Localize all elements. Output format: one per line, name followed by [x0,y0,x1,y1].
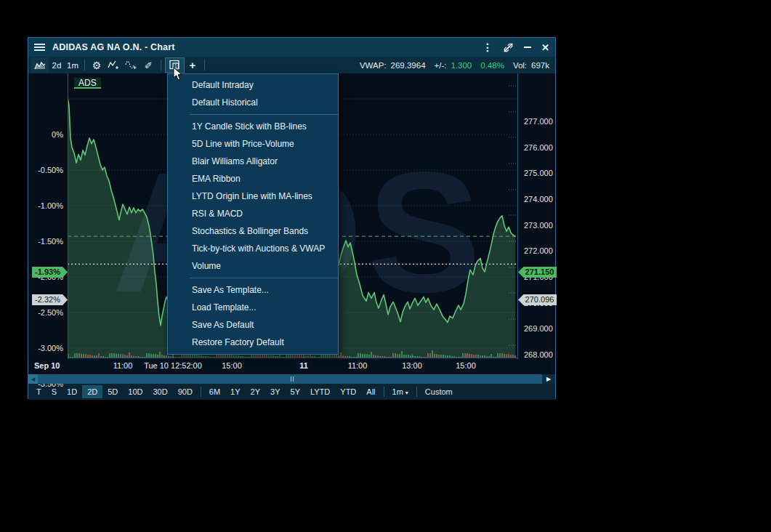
price-axis-label: 273.000 [524,220,553,230]
volume-bar [76,353,78,358]
interval-dropdown[interactable]: 1m▾ [387,385,413,398]
volume-bar [148,353,150,358]
menu-item-ema-ribbon[interactable]: EMA Ribbon [168,170,338,188]
kebab-menu-icon[interactable]: ⋮ [483,43,493,52]
percent-axis-label: -3.00% [38,343,63,353]
volume-bar [508,354,509,358]
hamburger-menu-icon[interactable] [34,44,45,51]
add-oscillator-button[interactable] [122,57,140,73]
mouse-cursor [173,67,183,81]
menu-item-blair-williams-alligator[interactable]: Blair Williams Alligator [168,153,338,170]
chart-type-button[interactable] [31,57,49,73]
period-button-5y[interactable]: 5Y [286,385,305,398]
toolbar-separator [84,60,85,70]
volume-bar [270,355,272,358]
percent-axis[interactable]: 0%-0.50%-1.00%-1.50%-2.00%-2.50%-3.00%-3… [28,73,68,359]
period-button-30d[interactable]: 30D [148,385,172,398]
menu-item-default-historical[interactable]: Default Historical [168,94,338,111]
volume-bar [460,357,461,358]
menu-item-save-as-default[interactable]: Save As Default [168,316,338,334]
volume-bar [504,354,505,358]
link-off-icon[interactable] [503,42,514,53]
volume-bar [150,354,152,358]
menu-item-5d-line-with-price-volume[interactable]: 5D Line with Price-Volume [168,135,338,153]
period-button-10d[interactable]: 10D [123,385,148,398]
volume-bar [349,356,350,358]
time-axis[interactable]: Sep 1011:00Tue 10 12:52:0015:001111:0013… [28,359,555,374]
volume-bar [174,357,176,358]
volume-bar [246,357,248,358]
period-button-5d[interactable]: 5D [102,385,123,398]
volume-bar [135,356,137,358]
add-oscillator-icon [125,60,137,70]
volume-bar [126,355,128,358]
volume-bar [78,353,80,358]
volume-bar [449,355,451,358]
settings-button[interactable]: ⚙ [89,57,105,73]
scroll-left-arrow[interactable]: ◀ [28,374,38,384]
toolbar-separator [204,60,205,70]
custom-range-button[interactable]: Custom [420,385,458,398]
menu-item-save-as-template[interactable]: Save As Template... [168,281,338,299]
volume-bar [506,354,507,358]
price-axis-label: 276.000 [524,142,553,153]
volume-bar [432,350,433,358]
period-button-lytd[interactable]: LYTD [305,385,335,398]
period-button-2y[interactable]: 2Y [246,385,265,398]
resolution-button[interactable]: 1m [65,57,81,73]
price-axis[interactable]: 277.000276.000275.000274.000273.000272.0… [518,73,557,359]
close-button[interactable]: ✕ [541,43,549,52]
period-button-ytd[interactable]: YTD [335,385,361,398]
period-button-90d[interactable]: 90D [173,385,198,398]
period-button-1y[interactable]: 1Y [225,385,245,398]
menu-item-volume[interactable]: Volume [168,257,338,275]
chart-scrollbar[interactable]: ◀ ▶ [28,374,555,384]
toolbar-separator [161,60,161,70]
volume-bar [429,353,431,358]
volume-bar [159,352,161,358]
volume-bar [124,355,126,358]
volume-bar [471,354,472,358]
volume-bar [196,355,198,358]
volume-bar [116,354,117,358]
period-button-2d[interactable]: 2D [82,385,102,398]
time-axis-label: Tue 10 12:52:00 [144,361,202,370]
volume-bar [366,354,368,358]
menu-item-lytd-origin-line-with-ma-lines[interactable]: LYTD Origin Line with MA-lines [168,188,338,205]
volume-bar [386,357,387,358]
menu-item-default-intraday[interactable]: Default Intraday [168,76,338,94]
interval-button[interactable]: 2d [49,57,65,73]
reference-percent-badge: -2.32% [32,294,68,305]
period-button-1d[interactable]: 1D [62,385,82,398]
menu-item-rsi-macd[interactable]: RSI & MACD [168,205,338,222]
volume-bar [299,355,300,358]
scroll-right-arrow[interactable]: ▶ [544,374,553,384]
add-study-button[interactable] [105,57,122,73]
percent-axis-label: -1.50% [38,236,63,246]
menu-item-stochastics-bollinger-bands[interactable]: Stochastics & Bollinger Bands [168,222,338,240]
minimize-icon [524,47,531,48]
volume-bar [229,355,230,358]
volume-bar [170,356,171,358]
menu-separator [190,278,338,278]
volume-bar [266,355,267,358]
volume-bar [209,357,211,358]
menu-item-1y-candle-stick-with-bb-lines[interactable]: 1Y Candle Stick with BB-lines [168,118,338,135]
period-button-3y[interactable]: 3Y [265,385,285,398]
menu-item-restore-factory-default[interactable]: Restore Factory Default [168,334,338,351]
scroll-thumb[interactable] [38,374,542,384]
menu-item-tick-by-tick-with-auctions-vwap[interactable]: Tick-by-tick with Auctions & VWAP [168,240,338,257]
price-axis-label: 269.000 [524,323,553,334]
desktop-background: ADIDAS AG NA O.N. - Chart ⋮ ✕ [0,0,771,532]
add-panel-button[interactable]: + [185,57,201,73]
volume-bar [94,355,95,358]
volume-bar [488,356,490,358]
menu-item-load-template[interactable]: Load Template... [168,299,338,316]
volume-bar [351,357,352,358]
percent-axis-label: 0% [52,129,63,140]
price-axis-label: 275.000 [524,168,553,178]
draw-button[interactable]: ✎ [140,57,157,73]
minimize-button[interactable] [524,47,531,48]
period-button-all[interactable]: All [361,385,380,398]
period-button-6m[interactable]: 6M [204,385,225,398]
